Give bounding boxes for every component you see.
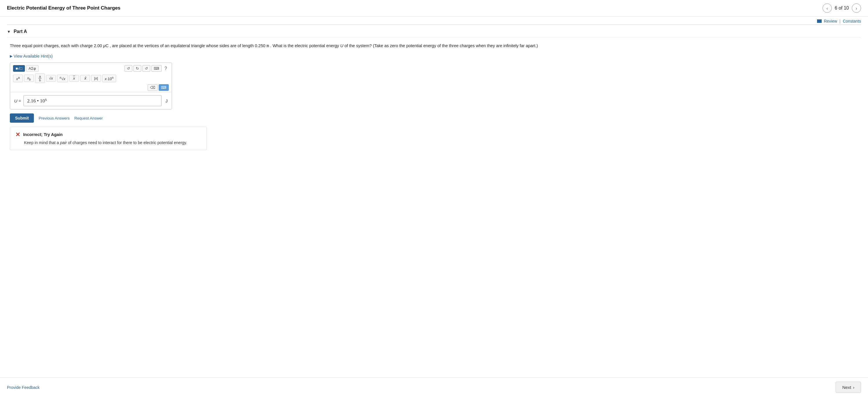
link-separator: | — [839, 19, 840, 24]
part-label: Part A — [13, 29, 27, 34]
page-title: Electric Potential Energy of Three Point… — [7, 5, 120, 11]
submit-button[interactable]: Submit — [10, 113, 34, 123]
action-row: Submit Previous Answers Request Answer — [7, 113, 861, 123]
sci-notation-button[interactable]: x·10n — [102, 75, 116, 82]
x-bar-button[interactable]: x — [69, 75, 79, 81]
abs-button[interactable]: |x| — [91, 75, 101, 81]
toolbar-row-1: ■√□ AΣφ ↺ ↻ ↺ ⌨ ? — [13, 65, 169, 72]
footer: Provide Feedback Next › — [0, 377, 868, 397]
request-answer-link[interactable]: Request Answer — [74, 116, 103, 120]
math-input-row: U = J — [10, 92, 172, 109]
math-editor: ■√□ AΣφ ↺ ↻ ↺ ⌨ ? xa xb ab √x n√x x x̂ |… — [10, 63, 172, 109]
math-input-field[interactable] — [24, 95, 161, 106]
feedback-header: ✕ Incorrect; Try Again — [16, 131, 201, 138]
superscript-button[interactable]: xa — [13, 75, 23, 82]
keyboard-button-2[interactable]: ⌨ — [159, 84, 169, 91]
keyboard-button-1[interactable]: ⌨ — [151, 65, 161, 72]
provide-feedback-link[interactable]: Provide Feedback — [7, 385, 40, 390]
nth-root-button[interactable]: n√x — [57, 75, 68, 82]
constants-link[interactable]: Constants — [843, 19, 861, 24]
alpha-button[interactable]: AΣφ — [26, 65, 38, 72]
hint-label: View Available Hint(s) — [13, 54, 53, 59]
prev-arrow-button[interactable]: ‹ — [823, 3, 832, 13]
hint-arrow-icon: ▶ — [10, 54, 12, 58]
review-icon — [817, 20, 822, 23]
undo-button[interactable]: ↺ — [124, 65, 132, 72]
x-hat-button[interactable]: x̂ — [80, 75, 90, 81]
question-text: Three equal point charges, each with cha… — [7, 42, 861, 49]
review-link[interactable]: Review — [824, 19, 837, 24]
help-button[interactable]: ? — [163, 65, 169, 72]
reset-button[interactable]: ↺ — [143, 65, 150, 72]
next-arrow-button[interactable]: › — [852, 3, 861, 13]
question-count: 6 of 10 — [835, 5, 849, 11]
subscript-button[interactable]: xb — [24, 75, 34, 82]
math-unit-label: J — [165, 98, 168, 103]
backspace-button[interactable]: ⌫ — [148, 84, 157, 91]
toolbar-row-2: xa xb ab √x n√x x x̂ |x| x·10n — [13, 73, 169, 83]
fraction-button[interactable]: ab — [35, 73, 45, 83]
sqrt-button[interactable]: √x — [46, 75, 56, 81]
incorrect-icon: ✕ — [16, 131, 20, 138]
part-header: ▼ Part A — [7, 25, 861, 37]
matrix-button[interactable]: ■√□ — [13, 65, 25, 72]
top-links-bar: Review | Constants — [0, 16, 868, 25]
redo-button[interactable]: ↻ — [133, 65, 141, 72]
math-toolbar: ■√□ AΣφ ↺ ↻ ↺ ⌨ ? xa xb ab √x n√x x x̂ |… — [10, 63, 172, 92]
next-button-label: Next — [842, 385, 851, 390]
next-button[interactable]: Next › — [836, 382, 861, 393]
feedback-title: Incorrect; Try Again — [23, 132, 63, 137]
navigation-controls: ‹ 6 of 10 › — [823, 3, 861, 13]
feedback-text: Keep in mind that a pair of charges need… — [16, 140, 201, 146]
toolbar-row-3: ⌫ ⌨ — [13, 84, 169, 91]
math-equation-label: U = — [14, 98, 21, 103]
part-collapse-arrow[interactable]: ▼ — [7, 30, 11, 34]
previous-answers-link[interactable]: Previous Answers — [38, 116, 69, 120]
next-button-arrow: › — [853, 385, 855, 390]
main-content: ▼ Part A Three equal point charges, each… — [0, 25, 868, 173]
feedback-box: ✕ Incorrect; Try Again Keep in mind that… — [10, 127, 207, 150]
hint-link[interactable]: ▶ View Available Hint(s) — [10, 54, 53, 59]
page-header: Electric Potential Energy of Three Point… — [0, 0, 868, 16]
